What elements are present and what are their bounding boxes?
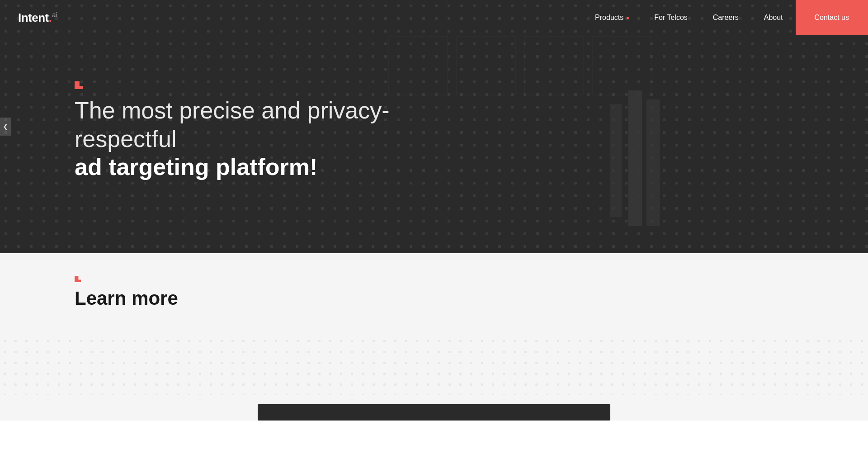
dropdown-icon: ■ bbox=[626, 15, 629, 20]
slider-prev-arrow[interactable]: ❮ bbox=[0, 118, 11, 136]
svg-rect-11 bbox=[0, 336, 868, 395]
nav-careers[interactable]: Careers bbox=[700, 0, 751, 35]
hero-title: The most precise and privacy-respectful … bbox=[75, 96, 391, 181]
learn-section-inner: Learn more bbox=[75, 276, 793, 309]
nav-products[interactable]: Products ■ bbox=[582, 0, 642, 35]
bottom-dot-grid bbox=[0, 336, 868, 395]
svg-rect-9 bbox=[610, 104, 622, 217]
section-accent-mark bbox=[75, 276, 81, 282]
bottom-cta-button[interactable] bbox=[258, 404, 610, 421]
bottom-cta-section bbox=[0, 395, 868, 421]
learn-more-title: Learn more bbox=[75, 288, 793, 309]
contact-button[interactable]: Contact us bbox=[796, 0, 868, 35]
hero-section: ❮ The most precise and privacy-respectfu… bbox=[0, 0, 868, 253]
logo-dot: . bbox=[49, 11, 52, 24]
accent-quote-mark bbox=[75, 81, 83, 89]
logo-ai: ai bbox=[52, 11, 57, 19]
nav-about[interactable]: About bbox=[751, 0, 796, 35]
learn-more-section: Learn more bbox=[0, 253, 868, 336]
nav-for-telcos[interactable]: For Telcos bbox=[642, 0, 700, 35]
nav-links: Products ■ For Telcos Careers About Cont… bbox=[582, 0, 868, 35]
hero-content: The most precise and privacy-respectful … bbox=[0, 72, 391, 181]
navbar: Intent.ai Products ■ For Telcos Careers … bbox=[0, 0, 868, 35]
logo[interactable]: Intent.ai bbox=[0, 11, 75, 25]
bottom-dots-section bbox=[0, 336, 868, 395]
svg-rect-7 bbox=[628, 90, 642, 226]
logo-text: Intent.ai bbox=[18, 11, 57, 25]
svg-rect-8 bbox=[646, 99, 660, 226]
